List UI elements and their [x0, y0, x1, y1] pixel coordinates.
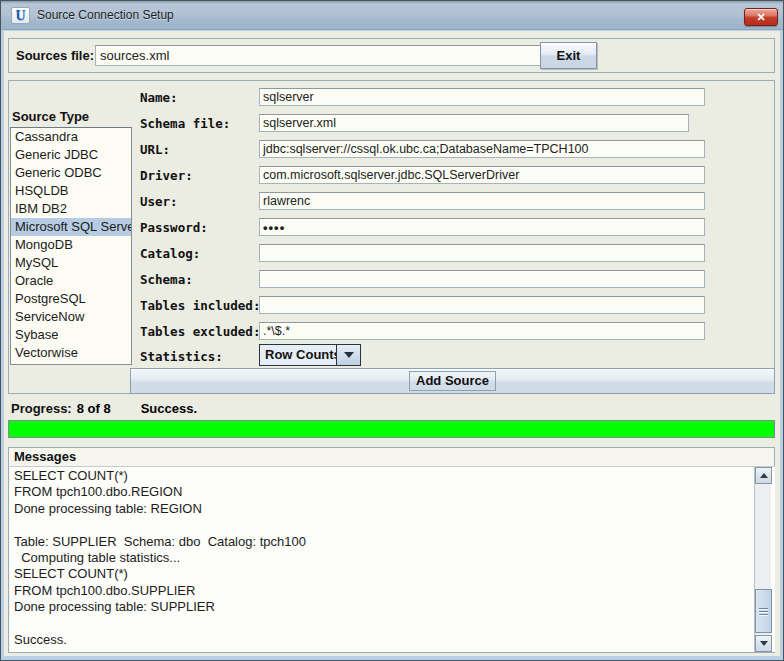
chevron-down-icon: [344, 352, 354, 358]
progress-status: Success.: [141, 401, 197, 416]
catalog-label: Catalog:: [140, 246, 200, 261]
sources-file-label: Sources file:: [16, 48, 94, 63]
log-line: FROM tpch100.dbo.SUPPLIER: [14, 583, 775, 599]
statistics-selected-value: Row Counts: [260, 345, 336, 365]
exit-button[interactable]: Exit: [540, 42, 597, 69]
form-row: Tables included:: [9, 296, 774, 318]
sources-file-input[interactable]: [95, 45, 542, 66]
scroll-up-button[interactable]: [755, 467, 772, 484]
log-line: Table: SUPPLIER Schema: dbo Catalog: tpc…: [14, 534, 775, 550]
chevron-down-icon: [760, 641, 768, 646]
form-row: URL:: [9, 140, 774, 162]
schema-file-label: Schema file:: [140, 116, 230, 131]
dropdown-arrow-button[interactable]: [336, 345, 360, 365]
log-line: SELECT COUNT(*): [14, 468, 775, 484]
sources-file-panel: Sources file: Exit: [8, 38, 775, 73]
form-row: Catalog:: [9, 244, 774, 266]
driver-label: Driver:: [140, 168, 193, 183]
source-type-item[interactable]: Vectorwise: [11, 344, 131, 362]
scrollbar-thumb[interactable]: [755, 589, 772, 633]
form-row: Password:: [9, 218, 774, 240]
log-line: Computing table statistics...: [14, 550, 775, 566]
close-button[interactable]: ✕: [744, 8, 778, 26]
messages-label: Messages: [14, 449, 76, 464]
title-bar: U Source Connection Setup ✕: [1, 1, 783, 30]
form-row: Driver:: [9, 166, 774, 188]
form-row: Schema file:: [9, 114, 774, 136]
driver-field[interactable]: [259, 166, 705, 184]
name-field[interactable]: [259, 88, 705, 106]
log-line: SELECT COUNT(*): [14, 566, 775, 582]
form-row: User:: [9, 192, 774, 214]
progress-count: 8 of 8: [77, 401, 111, 416]
statistics-label: Statistics:: [140, 349, 223, 364]
app-logo-icon: U: [11, 7, 30, 24]
statistics-dropdown[interactable]: Row Counts: [259, 344, 361, 366]
form-row: Schema:: [9, 270, 774, 292]
password-label: Password:: [140, 220, 208, 235]
window-title: Source Connection Setup: [37, 1, 174, 30]
close-icon: ✕: [756, 11, 765, 23]
log-line: Success.: [14, 632, 775, 648]
messages-scrollbar[interactable]: [754, 467, 771, 652]
log-line: [14, 616, 775, 632]
source-connection-setup-window: U Source Connection Setup ✕ Sources file…: [0, 0, 784, 661]
form-row: Name:: [9, 88, 774, 110]
window-content: Sources file: Exit Source Type Cassandra…: [4, 31, 780, 656]
thumb-grip-icon: [759, 611, 768, 612]
schema-label: Schema:: [140, 272, 193, 287]
tables-excluded-field[interactable]: [259, 322, 705, 340]
progress-bar: [8, 420, 775, 438]
chevron-up-icon: [760, 473, 768, 478]
tables-included-label: Tables included:: [140, 298, 260, 313]
log-line: FROM tpch100.dbo.REGION: [14, 484, 775, 500]
schema-file-field[interactable]: [259, 114, 689, 132]
messages-panel: Messages SELECT COUNT(*) FROM tpch100.db…: [8, 447, 775, 653]
schema-field[interactable]: [259, 270, 705, 288]
progress-bar-fill: [9, 421, 774, 437]
progress-label: Progress:: [11, 401, 72, 416]
name-label: Name:: [140, 90, 178, 105]
thumb-grip-icon: [759, 614, 768, 615]
url-label: URL:: [140, 142, 170, 157]
exit-button-label: Exit: [557, 48, 581, 63]
thumb-grip-icon: [759, 608, 768, 609]
progress-row: Progress: 8 of 8 Success.: [11, 401, 197, 416]
log-line: Done processing table: SUPPLIER: [14, 599, 775, 615]
password-field[interactable]: [259, 218, 705, 236]
add-source-button[interactable]: Add Source: [130, 368, 775, 394]
scroll-down-button[interactable]: [755, 635, 772, 652]
connection-panel: Source Type Cassandra Generic JDBC Gener…: [8, 80, 775, 394]
log-line: Done processing table: REGION: [14, 501, 775, 517]
url-field[interactable]: [259, 140, 705, 158]
catalog-field[interactable]: [259, 244, 705, 262]
add-source-button-label: Add Source: [409, 371, 496, 391]
user-label: User:: [140, 194, 178, 209]
user-field[interactable]: [259, 192, 705, 210]
form-row: Tables excluded:: [9, 322, 774, 344]
messages-log: SELECT COUNT(*) FROM tpch100.dbo.REGION …: [10, 466, 775, 652]
log-line: [14, 517, 775, 533]
tables-excluded-label: Tables excluded:: [140, 324, 260, 339]
tables-included-field[interactable]: [259, 296, 705, 314]
